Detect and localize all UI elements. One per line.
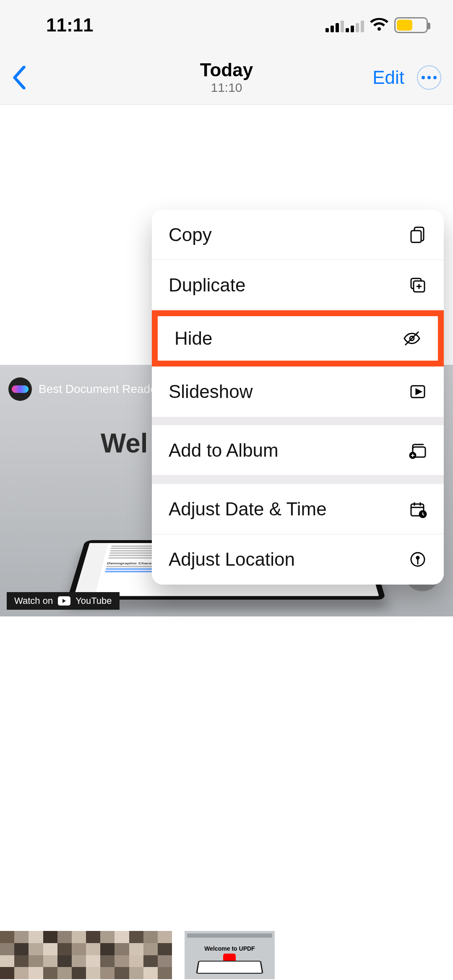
duplicate-icon [409, 276, 427, 294]
menu-item-duplicate[interactable]: Duplicate [152, 260, 444, 310]
hide-icon [403, 329, 421, 348]
location-icon [409, 550, 427, 569]
menu-label: Adjust Date & Time [169, 499, 327, 520]
status-indicators [325, 17, 428, 33]
mini-title: Welcome to UPDF [185, 945, 275, 952]
add-to-album-icon [409, 441, 427, 460]
highlight-annotation: Hide [152, 310, 444, 367]
calendar-icon [409, 500, 427, 518]
video-caption-text: Best Document Reade [39, 382, 157, 396]
watch-on-label: Watch on [14, 595, 53, 606]
video-headline: Wel [101, 428, 148, 459]
youtube-mini-icon [58, 596, 70, 606]
thumbnail-filmstrip[interactable]: Welcome to UPDF [0, 931, 453, 980]
thumbnail-current[interactable]: Welcome to UPDF [185, 931, 275, 979]
thumbnail-prev[interactable] [0, 931, 172, 979]
copy-icon [409, 226, 427, 244]
menu-label: Copy [169, 224, 212, 245]
svg-point-9 [417, 556, 419, 559]
video-source-badge: Best Document Reade [8, 377, 157, 401]
menu-item-adjust-location[interactable]: Adjust Location [152, 534, 444, 585]
watch-on-youtube-badge: Watch on YouTube [7, 592, 120, 610]
status-bar: 11:11 [0, 0, 453, 50]
back-button[interactable] [12, 66, 27, 89]
menu-item-adjust-date-time[interactable]: Adjust Date & Time [152, 484, 444, 534]
menu-item-copy[interactable]: Copy [152, 210, 444, 260]
context-menu: Copy Duplicate Hide Slideshow [152, 210, 444, 585]
slideshow-icon [409, 382, 427, 401]
cellular-icon [325, 18, 364, 32]
more-button[interactable] [417, 65, 441, 90]
svg-rect-0 [411, 231, 421, 242]
battery-icon [394, 17, 428, 33]
edit-button[interactable]: Edit [372, 67, 404, 88]
nav-header: Today 11:10 Edit [0, 50, 453, 105]
watch-on-brand: YouTube [76, 595, 112, 606]
wifi-icon [370, 18, 388, 32]
menu-label: Adjust Location [169, 549, 295, 570]
menu-label: Add to Album [169, 440, 279, 461]
updf-logo-icon [8, 377, 32, 401]
menu-label: Duplicate [169, 275, 245, 296]
menu-label: Slideshow [169, 381, 253, 402]
menu-item-slideshow[interactable]: Slideshow [152, 367, 444, 417]
status-time: 11:11 [46, 15, 94, 36]
menu-label: Hide [174, 328, 213, 349]
menu-item-hide[interactable]: Hide [158, 316, 438, 361]
menu-item-add-to-album[interactable]: Add to Album [152, 425, 444, 476]
